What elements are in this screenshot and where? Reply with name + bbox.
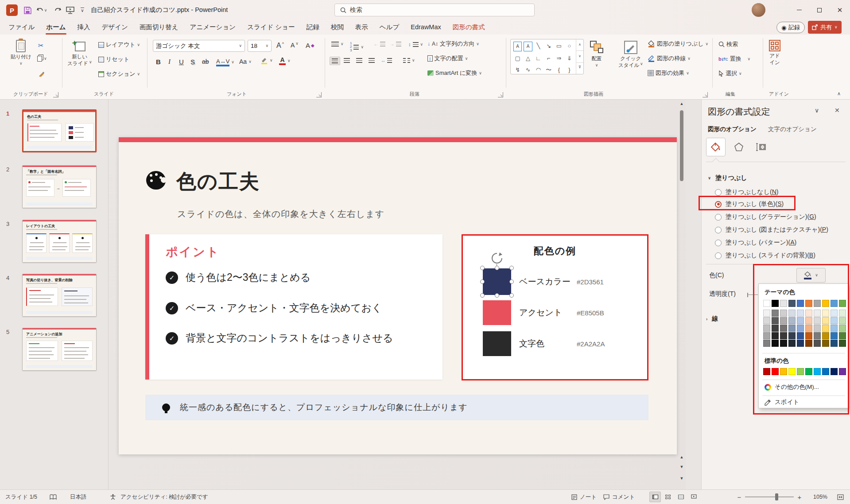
undo-icon[interactable]: ∨ [35, 4, 48, 16]
shape-down-arrow-icon[interactable]: ⇓ [564, 53, 574, 64]
font-color-button[interactable]: A∨ [279, 57, 291, 65]
convert-smartart-button[interactable]: SmartArt に変換∨ [427, 69, 482, 77]
points-card[interactable]: ポイント ✓使う色は2〜3色にまとめる ✓ベース・アクセント・文字色を決めておく… [145, 234, 442, 380]
eyedropper-item[interactable]: スポイト [765, 398, 799, 406]
change-case-button[interactable]: Aa∨ [239, 58, 252, 65]
theme-color-swatch-5[interactable] [805, 300, 812, 307]
size-properties-category-button[interactable] [751, 138, 771, 156]
reset-button[interactable]: リセット [98, 55, 129, 63]
copy-button[interactable]: ∨ [37, 56, 47, 62]
font-size-combo[interactable]: 18∨ [248, 40, 272, 52]
theme-tint-swatch-5-4[interactable] [805, 340, 812, 347]
select-button[interactable]: 選択∨ [718, 70, 742, 78]
cut-button[interactable]: ✂ [38, 42, 44, 50]
fill-gradient-radio[interactable]: 塗りつぶし (グラデーション)(G) [715, 213, 816, 221]
panel-options-chevron[interactable]: ∨ [815, 107, 819, 114]
columns-button[interactable]: ∨ [403, 58, 415, 63]
collapse-ribbon-button[interactable]: ∧ [837, 91, 841, 97]
canvas-scrollbar[interactable]: ▲ ▲ ▼ ▼ [678, 101, 685, 488]
tab-home[interactable]: ホーム [40, 20, 71, 35]
notes-button[interactable]: ノート [571, 490, 597, 504]
search-input[interactable]: 検索 [334, 4, 535, 16]
align-right-button[interactable] [356, 58, 362, 63]
standard-color-swatch-2[interactable] [780, 368, 787, 375]
fill-none-radio[interactable]: 塗りつぶしなし(N) [715, 188, 778, 196]
shapes-gallery[interactable]: A A ╲ ↘ ▭ ○ ▢ △ ∟ ⌐ ⇒ ⇓ ↯ ∿ ◠ 〜 { } ∧ ∨ … [510, 39, 584, 74]
fill-solid-radio[interactable]: 塗りつぶし (単色)(S) [715, 200, 784, 208]
grow-font-button[interactable]: A^ [276, 42, 284, 50]
theme-tint-swatch-7-3[interactable] [822, 332, 829, 339]
slide-subtitle[interactable]: スライドの色は、全体の印象を大きく左右します [177, 208, 384, 220]
close-button[interactable]: ✕ [830, 0, 850, 20]
standard-color-swatch-4[interactable] [797, 368, 804, 375]
language-indicator[interactable]: 日本語 [70, 490, 87, 504]
fill-color-button[interactable]: ∨ [796, 268, 826, 283]
selection-handle[interactable] [509, 293, 514, 298]
standard-color-swatch-5[interactable] [805, 368, 812, 375]
shape-rounded-rect-icon[interactable]: ▢ [512, 53, 523, 64]
theme-tint-swatch-6-1[interactable] [814, 317, 821, 324]
fill-line-category-button[interactable] [706, 138, 726, 156]
theme-tint-swatch-4-4[interactable] [797, 340, 804, 347]
slide-note-bar[interactable]: 統一感のある配色にすると、プロフェッショナルな印象に仕上がります [145, 395, 648, 420]
new-slide-button[interactable]: + 新しい スライド∨ [67, 40, 92, 67]
theme-tint-swatch-5-1[interactable] [805, 317, 812, 324]
theme-tint-swatch-2-3[interactable] [780, 332, 787, 339]
shape-textbox-icon[interactable]: A [513, 42, 522, 51]
theme-color-swatch-2[interactable] [780, 300, 787, 307]
text-shadow-button[interactable]: S [190, 58, 195, 66]
selection-handle[interactable] [509, 266, 514, 270]
section-button[interactable]: セクション∨ [98, 70, 140, 78]
scrollbar-thumb[interactable] [680, 110, 683, 181]
fill-color-caret[interactable]: ∨ [815, 273, 818, 277]
theme-tint-swatch-9-3[interactable] [839, 332, 846, 339]
theme-tint-swatch-2-4[interactable] [780, 340, 787, 347]
align-text-button[interactable]: ↕文字の配置∨ [427, 54, 468, 62]
slide-thumbnail-3[interactable]: レイアウトの工夫 [22, 220, 97, 263]
redo-icon[interactable] [51, 4, 64, 16]
slide-title[interactable]: 色の工夫 [176, 168, 260, 195]
shape-curve-icon[interactable]: 〜 [543, 65, 554, 75]
theme-tint-swatch-0-2[interactable] [763, 325, 770, 332]
standard-color-swatch-9[interactable] [839, 368, 846, 375]
color-example-card-annotated[interactable]: 配色の例 ベースカラー #2D3561 アクセント [462, 234, 648, 380]
theme-tint-swatch-5-2[interactable] [805, 325, 812, 332]
line-section-header[interactable]: ›線 [706, 315, 718, 323]
shape-scribble-icon[interactable]: ∿ [523, 65, 533, 75]
shape-brace-right-icon[interactable]: } [564, 65, 574, 75]
character-spacing-button[interactable]: A↔V∨ [216, 58, 234, 66]
reading-view-button[interactable] [675, 492, 687, 502]
theme-tint-swatch-6-4[interactable] [814, 340, 821, 347]
standard-color-swatch-0[interactable] [763, 368, 770, 375]
theme-tint-swatch-7-0[interactable] [822, 310, 829, 317]
theme-color-swatch-0[interactable] [763, 300, 770, 307]
selection-handle[interactable] [480, 293, 485, 298]
addins-button[interactable]: アド イン [769, 40, 780, 66]
theme-tint-swatch-3-0[interactable] [788, 310, 796, 317]
font-dialog-launcher[interactable]: ↘ [316, 92, 322, 97]
shape-arrow-icon[interactable]: ↘ [543, 41, 554, 52]
selection-handle[interactable] [480, 279, 485, 284]
theme-tint-swatch-8-2[interactable] [831, 325, 838, 332]
tab-record[interactable]: 記録 [301, 20, 325, 35]
minimize-button[interactable] [789, 0, 809, 20]
paragraph-dialog-launcher[interactable]: ↘ [498, 92, 503, 97]
theme-color-swatch-4[interactable] [797, 300, 804, 307]
fill-pattern-radio[interactable]: 塗りつぶし (パターン)(A) [715, 239, 796, 247]
shape-rectangle-icon[interactable]: ▭ [554, 41, 564, 52]
qat-customize-icon[interactable]: ∨ [76, 4, 89, 16]
zoom-out-button[interactable]: − [735, 493, 743, 501]
theme-tint-swatch-2-0[interactable] [780, 310, 787, 317]
bullets-button[interactable]: ∨ [331, 42, 344, 47]
clipboard-dialog-launcher[interactable]: ↘ [53, 92, 58, 97]
tab-animations[interactable]: アニメーション [184, 20, 242, 35]
tab-transitions[interactable]: 画面切り替え [134, 20, 184, 35]
tab-file[interactable]: ファイル [3, 20, 40, 35]
theme-tint-swatch-8-0[interactable] [831, 310, 838, 317]
start-slideshow-icon[interactable] [64, 4, 76, 16]
slide-thumbnail-2[interactable]: 「数字」と「固有名詞」 → [22, 165, 97, 208]
theme-tint-swatch-8-1[interactable] [831, 317, 838, 324]
text-color-swatch[interactable] [483, 331, 511, 356]
underline-button[interactable]: U [179, 58, 184, 66]
shape-fill-button[interactable]: 図形の塗りつぶし∨ [648, 40, 708, 48]
